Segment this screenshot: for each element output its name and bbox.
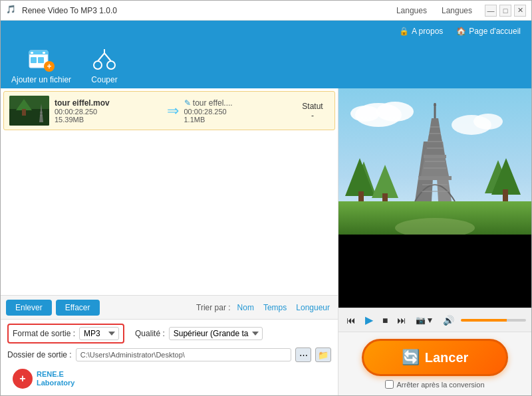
format-group: Format de sortie : MP3 AAC WAV FLAC OGG … bbox=[7, 324, 124, 344]
app-icon: 🎵 bbox=[6, 5, 18, 17]
screenshot-button[interactable]: 📷▼ bbox=[413, 314, 436, 326]
output-path-input[interactable] bbox=[76, 348, 291, 361]
format-select[interactable]: MP3 AAC WAV FLAC OGG M4A bbox=[79, 327, 119, 340]
maximize-button[interactable]: □ bbox=[499, 5, 511, 17]
window-title: Renee Video To MP3 1.0.0 bbox=[22, 6, 393, 15]
convert-arrow-icon: ⇒ bbox=[167, 102, 179, 120]
after-convert-label: Arrêter après la conversion bbox=[396, 381, 484, 389]
minimize-button[interactable]: — bbox=[485, 5, 497, 17]
file-row: tour eiffel.mov 00:00:28.250 15.39MB ⇒ ✎… bbox=[3, 91, 335, 130]
logo-area: + RENE.E Laboratory bbox=[7, 366, 331, 391]
svg-text:+: + bbox=[47, 62, 52, 71]
main-content: tour eiffel.mov 00:00:28.250 15.39MB ⇒ ✎… bbox=[1, 88, 531, 395]
sort-by-length[interactable]: Longueur bbox=[293, 302, 332, 314]
add-file-button[interactable]: + Ajouter un fichier bbox=[11, 46, 71, 84]
accueil-link[interactable]: 🏠 Page d'accueil bbox=[452, 25, 525, 37]
svg-rect-5 bbox=[38, 57, 44, 63]
apropos-link[interactable]: 🔒 A propos bbox=[395, 25, 447, 37]
logo-icon: + bbox=[13, 369, 33, 389]
file-list: tour eiffel.mov 00:00:28.250 15.39MB ⇒ ✎… bbox=[1, 88, 338, 295]
svg-line-11 bbox=[104, 53, 111, 61]
svg-rect-17 bbox=[22, 109, 26, 116]
svg-rect-2 bbox=[31, 52, 33, 54]
launch-button[interactable]: 🔄 Lancer bbox=[362, 339, 508, 376]
output-filename: ✎ tour effel.... bbox=[184, 98, 291, 108]
svg-rect-41 bbox=[424, 155, 446, 158]
app-window: 🎵 Renee Video To MP3 1.0.0 Langues Langu… bbox=[0, 0, 532, 396]
remove-button[interactable]: Enlever bbox=[6, 300, 52, 316]
source-filename: tour eiffel.mov bbox=[55, 98, 162, 108]
cut-icon bbox=[91, 46, 118, 72]
toolbar: + Ajouter un fichier Couper bbox=[1, 42, 531, 88]
sort-by-name[interactable]: Nom bbox=[235, 302, 257, 314]
svg-rect-14 bbox=[9, 109, 49, 126]
volume-slider[interactable] bbox=[461, 319, 526, 322]
launch-label: Lancer bbox=[425, 350, 469, 365]
svg-point-8 bbox=[94, 61, 102, 69]
svg-line-10 bbox=[98, 53, 104, 61]
top-navigation: 🔒 A propos 🏠 Page d'accueil bbox=[1, 21, 531, 42]
rewind-button[interactable]: ⏮ bbox=[344, 314, 358, 327]
file-status: Statut - bbox=[296, 102, 329, 120]
action-bar: Enlever Effacer Trier par : Nom Temps Lo… bbox=[1, 295, 338, 319]
svg-point-23 bbox=[376, 102, 414, 122]
svg-rect-4 bbox=[31, 57, 37, 63]
output-size: 1.1MB bbox=[184, 116, 291, 124]
launch-area: 🔄 Lancer Arrêter après la conversion bbox=[338, 332, 531, 395]
file-thumbnail bbox=[9, 96, 49, 126]
preview-area bbox=[338, 88, 531, 308]
add-file-icon: + bbox=[28, 46, 55, 72]
languages-dropdown[interactable]: Langues bbox=[393, 5, 430, 17]
right-panel: ⏮ ▶ ■ ⏭ 📷▼ 🔊 🔄 Lancer Arrêter après la c… bbox=[338, 88, 531, 395]
output-row: Dossier de sortie : ⋯ 📁 bbox=[7, 347, 331, 362]
titlebar: 🎵 Renee Video To MP3 1.0.0 Langues Langu… bbox=[1, 1, 531, 21]
source-file-info: tour eiffel.mov 00:00:28.250 15.39MB bbox=[55, 98, 162, 124]
forward-button[interactable]: ⏭ bbox=[394, 314, 409, 327]
output-label: Dossier de sortie : bbox=[7, 350, 72, 359]
play-button[interactable]: ▶ bbox=[362, 312, 376, 328]
svg-point-24 bbox=[350, 106, 380, 122]
format-row: Format de sortie : MP3 AAC WAV FLAC OGG … bbox=[7, 324, 331, 344]
stop-button[interactable]: ■ bbox=[380, 314, 390, 327]
volume-button[interactable]: 🔊 bbox=[440, 314, 457, 327]
left-panel: tour eiffel.mov 00:00:28.250 15.39MB ⇒ ✎… bbox=[1, 88, 338, 395]
window-controls: Langues Langues — □ ✕ bbox=[393, 5, 526, 17]
cut-button[interactable]: Couper bbox=[91, 46, 118, 84]
source-size: 15.39MB bbox=[55, 116, 162, 124]
logo-text: RENE.E Laboratory bbox=[37, 370, 74, 387]
home-icon: 🏠 bbox=[456, 27, 466, 36]
source-duration: 00:00:28.250 bbox=[55, 108, 162, 116]
quality-group: Qualité : Supérieur (Grande ta Moyen Fai… bbox=[135, 327, 263, 340]
after-convert-row: Arrêter après la conversion bbox=[385, 380, 484, 389]
languages-label[interactable]: Langues bbox=[438, 5, 475, 17]
launch-icon: 🔄 bbox=[402, 349, 420, 366]
media-controls: ⏮ ▶ ■ ⏭ 📷▼ 🔊 bbox=[338, 308, 531, 332]
output-file-info: ✎ tour effel.... 00:00:28.250 1.1MB bbox=[184, 98, 291, 124]
add-file-label: Ajouter un fichier bbox=[11, 75, 71, 84]
output-duration: 00:00:28.250 bbox=[184, 108, 291, 116]
browse-button[interactable]: ⋯ bbox=[295, 347, 311, 362]
lock-icon: 🔒 bbox=[399, 27, 409, 36]
svg-rect-39 bbox=[418, 176, 452, 180]
svg-point-9 bbox=[107, 61, 115, 69]
sort-label: Trier par : bbox=[196, 303, 231, 312]
clear-button[interactable]: Effacer bbox=[56, 300, 100, 316]
output-file-icon: ✎ bbox=[184, 98, 191, 108]
close-button[interactable]: ✕ bbox=[514, 5, 526, 17]
bottom-controls: Format de sortie : MP3 AAC WAV FLAC OGG … bbox=[1, 319, 338, 395]
cut-label: Couper bbox=[91, 75, 117, 84]
after-convert-checkbox[interactable] bbox=[385, 380, 394, 389]
quality-label: Qualité : bbox=[135, 329, 165, 338]
svg-rect-3 bbox=[43, 52, 45, 54]
svg-point-26 bbox=[473, 114, 503, 130]
format-label: Format de sortie : bbox=[13, 329, 75, 338]
quality-select[interactable]: Supérieur (Grande ta Moyen Faible bbox=[169, 327, 263, 340]
sort-by-time[interactable]: Temps bbox=[261, 302, 289, 314]
open-folder-button[interactable]: 📁 bbox=[315, 347, 331, 362]
